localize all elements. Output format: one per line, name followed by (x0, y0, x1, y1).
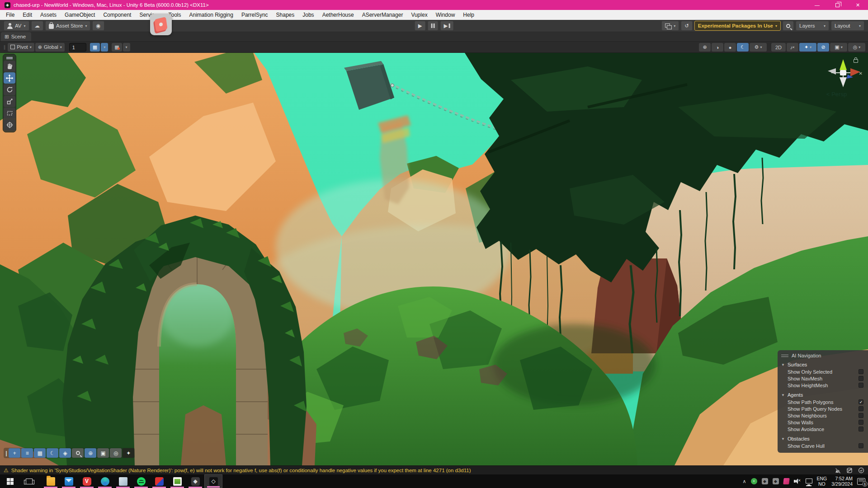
checkbox-show-only-selected[interactable] (859, 369, 863, 374)
tray-unity-icon-1[interactable]: ◆ (762, 478, 768, 484)
network-icon[interactable] (806, 479, 812, 483)
menu-shapes[interactable]: Shapes (272, 10, 299, 20)
taskbar-edge[interactable] (96, 474, 114, 488)
menu-component[interactable]: Component (99, 10, 135, 20)
taskbar-creative-app[interactable] (150, 474, 168, 488)
taskbar-spotify[interactable] (132, 474, 150, 488)
scale-tool-button[interactable] (4, 96, 15, 107)
taskbar-mail[interactable] (60, 474, 78, 488)
overlay-camera-button[interactable]: ▣ (97, 448, 109, 458)
overlay-grid-toggle[interactable]: ▦ (34, 448, 46, 458)
dragged-asset-icon[interactable] (150, 14, 172, 35)
language-indicator[interactable]: ENG NO (817, 476, 827, 487)
menu-aservermanager[interactable]: AServerManager (358, 10, 407, 20)
tray-green-app-icon[interactable]: + (751, 478, 757, 484)
lock-icon[interactable] (854, 59, 858, 63)
multi-display-dropdown[interactable]: ▾ (661, 21, 679, 31)
step-button[interactable]: ▶ (440, 21, 454, 31)
menu-animation-rigging[interactable]: Animation Rigging (185, 10, 237, 20)
minimize-button[interactable]: — (807, 0, 827, 10)
menu-aetherhouse[interactable]: AetherHouse (318, 10, 358, 20)
grid-snap-dropdown[interactable]: ▾ (101, 43, 108, 52)
background-tasks-icon[interactable] (858, 467, 864, 474)
layers-dropdown[interactable]: Layers ▾ (796, 21, 829, 31)
overlay-tools-toggle[interactable]: + (9, 448, 20, 458)
shaded-wireframe-button[interactable]: ⊕ (699, 43, 711, 52)
menu-window[interactable]: Window (432, 10, 459, 20)
section-agents[interactable]: ▼ Agents (778, 391, 868, 399)
effects-dropdown[interactable]: ✦▾ (799, 43, 816, 52)
checkbox-show-avoidance[interactable] (859, 427, 863, 432)
undo-history-button[interactable]: ↺ (681, 21, 693, 31)
checkbox-show-navmesh[interactable] (859, 376, 863, 381)
tab-scene[interactable]: ⊞ Scene (1, 32, 31, 41)
toolbar-grip[interactable]: || (4, 45, 5, 50)
pivot-dropdown[interactable]: Pivot ▾ (8, 43, 34, 52)
rotate-tool-button[interactable] (4, 84, 15, 95)
overlay-search-button[interactable] (72, 448, 84, 458)
overlay-layers-toggle[interactable]: ◈ (59, 448, 71, 458)
asset-store-dropdown[interactable]: Asset Store ▾ (45, 21, 90, 31)
section-obstacles[interactable]: ▼ Obstacles (778, 435, 868, 442)
global-dropdown[interactable]: ⊕ Global ▾ (35, 43, 65, 52)
grid-size-input[interactable]: 1 (69, 43, 86, 52)
grid-visual-dropdown[interactable]: ▾ (123, 43, 130, 52)
layout-dropdown[interactable]: Layout ▾ (831, 21, 864, 31)
hand-tool-button[interactable] (4, 61, 15, 72)
overlay-center-toggle[interactable]: ⊕ (85, 448, 96, 458)
camera-settings-dropdown[interactable]: ▣▾ (830, 43, 847, 52)
restore-button[interactable] (827, 0, 848, 10)
status-bar[interactable]: ⚠ Shader warning in 'SyntyStudios/Vegita… (0, 465, 868, 474)
move-tool-button[interactable] (4, 72, 15, 84)
scene-orientation-gizmo[interactable]: < Persp (825, 58, 863, 98)
taskbar-unity-editor[interactable]: ◇ (204, 474, 222, 488)
start-button[interactable] (0, 474, 20, 488)
overlay-view-options-toggle[interactable]: ≡ (21, 448, 33, 458)
account-dropdown[interactable]: AV ▾ (4, 21, 29, 31)
overlay-compass-button[interactable]: ◎ (110, 448, 122, 458)
rect-tool-button[interactable] (4, 108, 15, 119)
menu-assets[interactable]: Assets (36, 10, 61, 20)
task-view-button[interactable] (20, 474, 38, 488)
shader-warning-text[interactable]: Shader warning in 'SyntyStudios/Vegitati… (11, 468, 471, 473)
palette-drag-handle[interactable] (3, 56, 16, 60)
menu-gameobject[interactable]: GameObject (61, 10, 99, 20)
checkbox-show-path-polygons[interactable] (859, 399, 863, 404)
scene-lighting-button[interactable]: ☾ (737, 43, 749, 52)
shading-mode-button[interactable]: ◑ (712, 43, 723, 52)
panel-drag-handle[interactable] (781, 355, 788, 357)
menu-file[interactable]: File (2, 10, 19, 20)
checkbox-show-walls[interactable] (859, 420, 863, 425)
section-surfaces[interactable]: ▼ Surfaces (778, 361, 868, 368)
volume-muted-icon[interactable]: ✕ (794, 479, 801, 484)
taskbar-vivaldi[interactable]: V (78, 474, 96, 488)
overlay-labs-button[interactable]: ✦ (123, 448, 134, 458)
search-button[interactable] (783, 21, 794, 31)
menu-edit[interactable]: Edit (19, 10, 36, 20)
clock[interactable]: 7:52 AM 3/29/2024 (831, 476, 853, 487)
debug-draw-dropdown[interactable]: ⚙▾ (750, 43, 767, 52)
checkbox-show-neighbours[interactable] (859, 413, 863, 418)
mode-2d-button[interactable]: 2D (771, 43, 786, 52)
taskbar-unity-hub[interactable]: ◆ (186, 474, 204, 488)
menu-vuplex[interactable]: Vuplex (407, 10, 431, 20)
grid-visual-toggle[interactable]: ▦ (112, 43, 122, 52)
cache-disabled-icon[interactable] (846, 467, 853, 474)
tray-unity-icon-2[interactable]: ◆ (773, 478, 779, 484)
gizmos-dropdown[interactable]: ◎▾ (848, 43, 865, 52)
play-button[interactable]: ▶ (415, 21, 426, 31)
taskbar-file-explorer[interactable] (42, 474, 60, 488)
pause-button[interactable] (428, 21, 439, 31)
experimental-packages-dropdown[interactable]: Experimental Packages In Use ▾ (694, 21, 781, 31)
tray-pink-app-icon[interactable] (783, 478, 789, 484)
menu-parrelsync[interactable]: ParrelSync (237, 10, 272, 20)
taskbar-notes[interactable] (114, 474, 132, 488)
lighting-toggle-button[interactable]: ● (724, 43, 736, 52)
tray-chevron-up-icon[interactable]: ∧ (742, 479, 746, 484)
target-button[interactable]: ◉ (92, 21, 104, 31)
menu-jobs[interactable]: Jobs (298, 10, 318, 20)
notification-center-button[interactable]: 1 (857, 478, 865, 485)
checkbox-show-carve-hull[interactable] (859, 443, 863, 448)
cloud-button[interactable]: ☁ (31, 21, 44, 31)
taskbar-document-app[interactable] (168, 474, 186, 488)
